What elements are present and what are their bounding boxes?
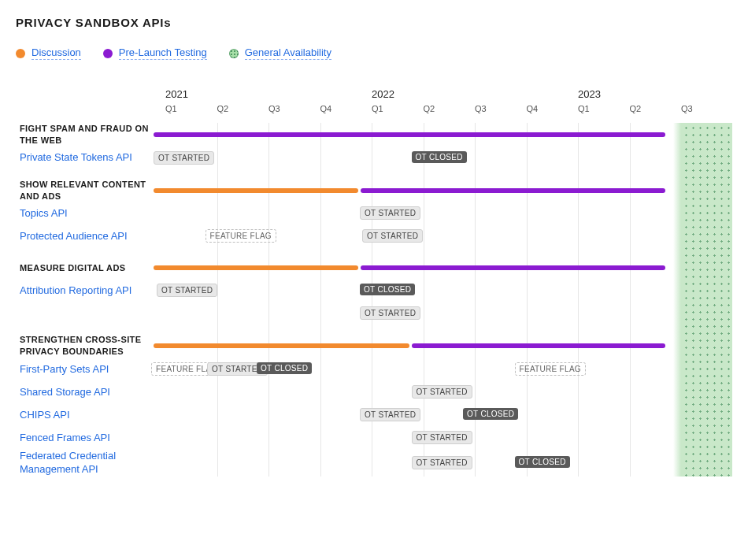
section-relevant-content: SHOW RELEVANT CONTENT AND ADS [16, 179, 732, 202]
ot-closed-pill: OT CLOSED [515, 456, 570, 468]
quarter-label: Q1 [372, 104, 383, 113]
year-label: 2023 [578, 88, 601, 100]
ot-started-pill: OT STARTED [412, 385, 472, 399]
prelaunch-bar [412, 343, 665, 348]
quarter-label: Q4 [527, 104, 539, 113]
section-title: MEASURE DIGITAL ADS [20, 262, 154, 274]
quarter-label: Q3 [475, 104, 487, 113]
api-name[interactable]: Fenced Frames API [20, 432, 154, 445]
ot-started-pill: OT STARTED [360, 206, 420, 220]
quarter-label: Q4 [320, 104, 332, 113]
legend: Discussion Pre-Launch Testing General Av… [16, 46, 732, 60]
section-title: STRENGTHEN CROSS-SITE PRIVACY BOUNDARIES [20, 334, 154, 358]
api-private-state-tokens: Private State Tokens API OT STARTED OT C… [16, 147, 732, 169]
ot-started-pill: OT STARTED [412, 456, 472, 469]
section-privacy-boundaries: STRENGTHEN CROSS-SITE PRIVACY BOUNDARIES [16, 334, 732, 358]
quarter-label: Q3 [681, 104, 693, 113]
discussion-bar [154, 343, 409, 348]
ot-closed-pill: OT CLOSED [257, 362, 312, 374]
year-axis: 2021 2022 2023 [165, 88, 732, 104]
api-name[interactable]: Shared Storage API [20, 386, 154, 399]
api-attribution-reporting: Attribution Reporting API OT STARTED OT … [16, 280, 732, 302]
ot-started-pill: OT STARTED [360, 408, 420, 421]
quarter-label: Q3 [268, 104, 280, 113]
api-topics: Topics API OT STARTED [16, 202, 732, 224]
discussion-bar [154, 188, 358, 193]
year-label: 2022 [372, 88, 394, 100]
prelaunch-bar [361, 188, 665, 193]
api-fenced-frames: Fenced Frames API OT STARTED [16, 427, 732, 449]
api-attribution-reporting-extra: OT STARTED [16, 302, 732, 325]
ot-started-pill: OT STARTED [360, 306, 420, 320]
quarter-label: Q2 [217, 104, 229, 113]
section-title: FIGHT SPAM AND FRAUD ON THE WEB [20, 123, 154, 146]
api-name[interactable]: Topics API [20, 207, 154, 221]
ot-closed-pill: OT CLOSED [463, 408, 518, 420]
feature-flag-pill: FEATURE FLAG [515, 362, 586, 376]
legend-label: General Availability [245, 46, 331, 60]
ga-icon [229, 49, 239, 58]
discussion-bar [154, 265, 358, 270]
quarter-label: Q2 [424, 104, 435, 113]
ot-started-pill: OT STARTED [362, 229, 423, 243]
quarter-label: Q1 [578, 104, 590, 113]
section-fight-spam: FIGHT SPAM AND FRAUD ON THE WEB [16, 123, 732, 146]
api-protected-audience: Protected Audience API FEATURE FLAG OT S… [16, 225, 732, 247]
feature-flag-pill: FEATURE FLAG [206, 229, 276, 243]
legend-item-discussion[interactable]: Discussion [16, 46, 81, 60]
api-first-party-sets: First-Party Sets API FEATURE FLAG OT STA… [16, 358, 732, 380]
quarter-axis: Q1 Q2 Q3 Q4 Q1 Q2 Q3 Q4 Q1 Q2 Q3 [165, 104, 732, 120]
api-chips: CHIPS API OT STARTED OT CLOSED [16, 404, 732, 426]
page-title: PRIVACY SANDBOX APIs [16, 16, 732, 29]
api-name[interactable]: Federated Credential Management API [20, 450, 154, 477]
prelaunch-bar [361, 265, 665, 270]
prelaunch-bar [154, 132, 665, 137]
legend-item-prelaunch[interactable]: Pre-Launch Testing [103, 46, 207, 60]
legend-label: Discussion [31, 46, 81, 60]
api-name[interactable]: CHIPS API [20, 409, 154, 422]
legend-item-ga[interactable]: General Availability [229, 46, 331, 60]
ot-closed-pill: OT CLOSED [412, 151, 467, 163]
quarter-label: Q2 [630, 104, 642, 113]
timeline: 2021 2022 2023 Q1 Q2 Q3 Q4 Q1 Q2 Q3 Q4 Q… [16, 88, 732, 477]
section-title: SHOW RELEVANT CONTENT AND ADS [20, 179, 154, 202]
api-name[interactable]: Protected Audience API [20, 230, 154, 243]
ot-closed-pill: OT CLOSED [360, 284, 415, 295]
year-label: 2021 [165, 88, 188, 100]
prelaunch-icon [103, 49, 113, 58]
ot-started-pill: OT STARTED [412, 431, 472, 444]
api-shared-storage: Shared Storage API OT STARTED [16, 381, 732, 403]
ot-started-pill: OT STARTED [154, 151, 214, 165]
legend-label: Pre-Launch Testing [119, 46, 207, 60]
section-measure-ads: MEASURE DIGITAL ADS [16, 257, 732, 279]
api-name[interactable]: Attribution Reporting API [20, 284, 154, 298]
api-name[interactable]: Private State Tokens API [20, 151, 154, 165]
ot-started-pill: OT STARTED [157, 284, 217, 297]
discussion-icon [16, 49, 25, 58]
api-federated-credential-mgmt: Federated Credential Management API OT S… [16, 450, 732, 477]
api-name[interactable]: First-Party Sets API [20, 363, 154, 376]
quarter-label: Q1 [165, 104, 177, 113]
